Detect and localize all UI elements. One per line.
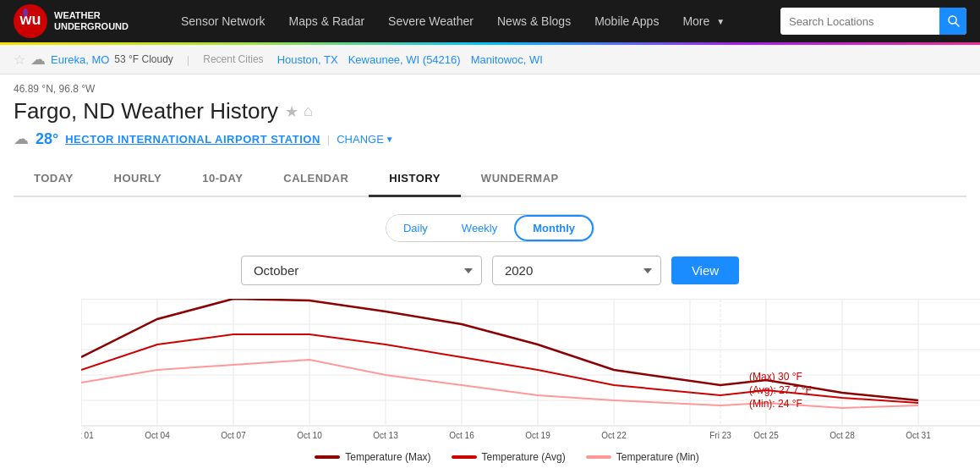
divider: | [187,53,189,66]
svg-text:Oct 16: Oct 16 [449,431,474,440]
station-name-link[interactable]: HECTOR INTERNATIONAL AIRPORT STATION [65,133,320,146]
coordinates: 46.89 °N, 96.8 °W [14,74,966,98]
svg-text:Oct 07: Oct 07 [221,431,246,440]
current-location: ☆ ☁ Eureka, MO 53 °F Cloudy [14,50,173,69]
tab-calendar[interactable]: CALENDAR [263,162,369,197]
legend-min: Temperature (Min) [586,451,699,463]
current-temp: 53 °F Cloudy [114,53,173,65]
navbar: wu WEATHER UNDERGROUND Sensor Network Ma… [0,0,980,42]
logo[interactable]: wu WEATHER UNDERGROUND [14,4,149,38]
svg-text:Oct 19: Oct 19 [525,431,550,440]
svg-text:Oct 25: Oct 25 [753,431,779,440]
station-bar: ☁ 28° HECTOR INTERNATIONAL AIRPORT STATI… [14,130,966,148]
svg-rect-5 [81,299,980,426]
svg-text:Oct 28: Oct 28 [829,431,855,440]
nav-links: Sensor Network Maps & Radar Severe Weath… [169,0,780,42]
nav-maps-radar[interactable]: Maps & Radar [277,0,376,42]
recent-city-2[interactable]: Manitowoc, WI [471,53,543,66]
svg-text:Oct 13: Oct 13 [373,431,398,440]
legend-avg-line [452,455,477,459]
legend-avg: Temperature (Avg) [452,451,566,463]
recent-city-0[interactable]: Houston, TX [277,53,338,66]
chart-legend: Temperature (Max) Temperature (Avg) Temp… [47,443,966,463]
period-toggle: Daily Weekly Monthly [386,214,594,242]
tab-hourly[interactable]: HOURLY [94,162,183,197]
current-city[interactable]: Eureka, MO [51,53,109,66]
recent-city-1[interactable]: Kewaunee, WI (54216) [348,53,461,66]
star-favorite-icon[interactable]: ★ [285,102,298,121]
svg-text:(Avg): 27.7 °F: (Avg): 27.7 °F [749,384,812,396]
recent-cities: Houston, TX Kewaunee, WI (54216) Manitow… [277,53,543,66]
svg-text:Oct 31: Oct 31 [906,431,931,440]
tab-history[interactable]: HISTORY [369,162,461,197]
year-select[interactable]: 2020 2019 2018 2017 2016 [492,256,661,285]
svg-text:Oct 22: Oct 22 [601,431,627,440]
search-icon [948,15,960,27]
station-cloud-icon: ☁ [14,130,29,148]
search-bar[interactable] [780,8,966,35]
page-title: Fargo, ND Weather History ★ ⌂ [14,98,966,124]
svg-text:(Max) 30 °F: (Max) 30 °F [749,371,802,383]
svg-text:Oct 10: Oct 10 [297,431,322,440]
station-temp: 28° [36,130,58,148]
change-station-link[interactable]: CHANGE ▼ [337,133,394,146]
title-icons: ★ ⌂ [285,102,313,121]
nav-more[interactable]: More ▼ [671,0,736,42]
svg-point-2 [23,8,28,17]
svg-line-4 [955,23,959,26]
tab-wundermap[interactable]: WUNDERMAP [461,162,579,197]
main-content: 46.89 °N, 96.8 °W Fargo, ND Weather Hist… [0,74,980,474]
tab-today[interactable]: TODAY [14,162,94,197]
home-icon[interactable]: ⌂ [304,102,313,121]
legend-max-line [315,455,340,459]
period-weekly[interactable]: Weekly [445,215,514,241]
search-button[interactable] [939,8,966,35]
recent-label: Recent Cities [203,53,263,65]
view-button[interactable]: View [671,256,739,284]
legend-avg-label: Temperature (Avg) [482,451,566,463]
period-monthly[interactable]: Monthly [514,215,594,241]
star-icon[interactable]: ☆ [14,52,25,68]
search-input[interactable] [780,8,939,35]
nav-severe-weather[interactable]: Severe Weather [376,0,485,42]
temperature-chart: 70 60 50 40 30 Oct 01 Oct 04 Oct 07 Oct … [81,299,980,443]
cloud-icon: ☁ [30,50,46,69]
svg-text:Oct 01: Oct 01 [81,431,94,440]
svg-text:Fri 23: Fri 23 [709,431,731,440]
date-selectors: October January February March April May… [241,256,739,285]
nav-mobile-apps[interactable]: Mobile Apps [583,0,671,42]
period-daily[interactable]: Daily [386,215,445,241]
chevron-down-icon: ▼ [716,17,725,26]
legend-max-label: Temperature (Max) [345,451,430,463]
history-controls: Daily Weekly Monthly October January Feb… [14,214,966,285]
logo-text: WEATHER UNDERGROUND [54,10,129,32]
tabs-bar: TODAY HOURLY 10-DAY CALENDAR HISTORY WUN… [14,162,966,197]
svg-text:wu: wu [19,11,41,28]
wu-logo-icon: wu [14,4,47,38]
month-select[interactable]: October January February March April May… [241,256,482,285]
nav-news-blogs[interactable]: News & Blogs [485,0,583,42]
station-separator: | [327,133,330,146]
chevron-down-icon: ▼ [386,135,394,144]
chart-container: 70 60 50 40 30 Oct 01 Oct 04 Oct 07 Oct … [14,299,966,474]
legend-max: Temperature (Max) [315,451,430,463]
svg-text:(Min): 24 °F: (Min): 24 °F [749,398,802,410]
legend-min-label: Temperature (Min) [616,451,699,463]
tab-10day[interactable]: 10-DAY [182,162,263,197]
legend-min-line [586,455,611,459]
recent-bar: ☆ ☁ Eureka, MO 53 °F Cloudy | Recent Cit… [0,45,980,74]
svg-text:Oct 04: Oct 04 [145,431,170,440]
nav-sensor-network[interactable]: Sensor Network [169,0,277,42]
